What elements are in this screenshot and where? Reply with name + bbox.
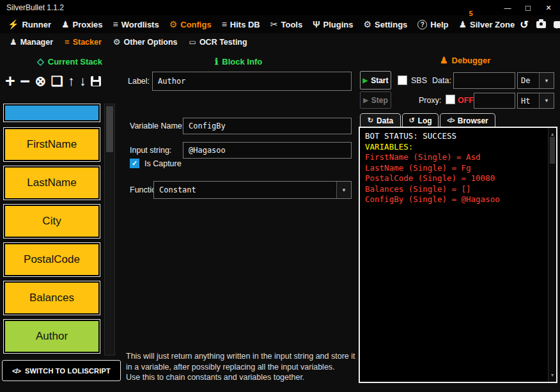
menu-item-tools[interactable]: Tools	[265, 15, 307, 33]
step-button-label: Step	[371, 96, 388, 105]
add-block-button[interactable]	[5, 72, 15, 91]
save-config-button[interactable]	[91, 76, 101, 86]
tab-browser[interactable]: Browser	[440, 113, 495, 127]
is-capture-label: Is Capture	[144, 159, 182, 168]
menu-label: Hits DB	[230, 20, 260, 29]
update-history-icon[interactable]	[520, 19, 528, 31]
block-label: FirstName	[27, 138, 77, 151]
tab-label: Browser	[458, 116, 488, 125]
function-select[interactable]: Constant	[153, 181, 352, 199]
menu-item-plugins[interactable]: Plugins	[307, 15, 358, 33]
menu-item-help[interactable]: Help	[412, 15, 453, 33]
data-type-dropdown-button[interactable]	[539, 73, 554, 88]
is-capture-checkbox[interactable]	[130, 159, 139, 168]
block-label: PostalCode	[24, 253, 80, 266]
stack-scrollbar[interactable]	[104, 104, 115, 356]
clear-stack-button[interactable]	[35, 74, 47, 89]
log-scrollbar-thumb[interactable]	[550, 137, 555, 164]
sbs-label: SBS	[411, 76, 427, 85]
function-value: Constant	[154, 182, 336, 198]
debugger-icon	[440, 55, 448, 65]
input-string-label: Input string:	[130, 146, 171, 155]
proxy-status-badge: OFF	[458, 96, 474, 105]
stack-block-balances[interactable]: Balances	[4, 281, 100, 315]
tools-icon	[270, 19, 278, 29]
start-button[interactable]: Start	[360, 71, 391, 90]
menu-item-settings[interactable]: Settings	[358, 15, 412, 33]
screenshot-camera-icon[interactable]	[536, 21, 546, 28]
log-line: ConfigBy (Single) = @Hagasoo	[365, 194, 551, 205]
move-down-button[interactable]	[79, 74, 86, 89]
menu-label: Runner	[22, 20, 51, 29]
submenu-item-stacker[interactable]: Stacker	[59, 37, 107, 47]
clone-block-button[interactable]	[51, 74, 63, 89]
block-label: LastName	[27, 176, 76, 189]
data-input[interactable]	[453, 72, 515, 89]
log-scrollbar[interactable]	[548, 128, 556, 382]
switch-to-loliscript-button[interactable]: SWITCH TO LOLISCRIPT	[2, 360, 121, 381]
step-button[interactable]: Step	[360, 91, 391, 109]
stack-block-firstname[interactable]: FirstName	[4, 128, 100, 161]
function-dropdown-button[interactable]	[336, 182, 351, 198]
proxy-input[interactable]	[474, 93, 515, 109]
wordlists-icon	[113, 19, 118, 29]
input-string-input[interactable]	[183, 142, 352, 159]
configs-gear-icon	[169, 19, 178, 29]
submenu-item-other-options[interactable]: Other Options	[107, 37, 183, 47]
label-input[interactable]	[152, 72, 352, 91]
menu-label: Tools	[281, 20, 303, 29]
menu-label: Proxies	[73, 20, 103, 29]
block-info-header: Block Info	[215, 56, 262, 67]
close-icon[interactable]	[538, 0, 559, 15]
stack-block-author[interactable]: Author	[4, 320, 100, 353]
tab-data[interactable]: Data	[360, 113, 401, 127]
menubar-quick-icons	[520, 19, 560, 31]
play-icon	[363, 97, 368, 104]
proxy-type-dropdown-button[interactable]	[539, 93, 554, 108]
menu-item-configs[interactable]: Configs	[164, 15, 217, 33]
chat-icon[interactable]	[554, 21, 560, 28]
debugger-title: Debugger	[452, 56, 491, 65]
move-up-button[interactable]	[68, 74, 75, 89]
data-type-select[interactable]: De	[517, 72, 554, 89]
debugger-log-panel: BOT STATUS: SUCCESS VARIABLES: FirstName…	[359, 127, 557, 383]
tab-label: Log	[418, 116, 432, 125]
scroll-down-icon[interactable]	[548, 370, 556, 381]
stack-scrollbar-thumb[interactable]	[106, 106, 113, 152]
settings-gear-icon	[363, 19, 371, 29]
stack-diamond-icon	[37, 56, 44, 67]
proxy-type-value: Ht	[518, 93, 539, 108]
submenu-item-ocr-testing[interactable]: OCR Testing	[183, 38, 253, 47]
menu-item-hitsdb[interactable]: Hits DB	[217, 15, 265, 33]
info-icon	[215, 56, 218, 67]
code-icon	[447, 117, 454, 124]
proxy-checkbox[interactable]	[446, 95, 455, 104]
remove-block-button[interactable]	[20, 72, 30, 91]
stack-block-city[interactable]: City	[4, 205, 100, 238]
window-controls	[497, 0, 559, 15]
minimize-icon[interactable]	[497, 0, 518, 15]
chevron-down-icon	[544, 98, 549, 104]
block-label: Balances	[29, 292, 74, 304]
variable-name-input[interactable]	[183, 118, 352, 134]
tab-log[interactable]: Log	[402, 113, 439, 127]
plugins-icon	[313, 19, 320, 29]
submenu-item-manager[interactable]: Manager	[4, 37, 59, 47]
log-line: PostalCode (Single) = 10080	[365, 173, 551, 184]
menu-label: Plugins	[323, 20, 354, 29]
maximize-icon[interactable]	[518, 0, 538, 15]
current-stack-header: Current Stack	[37, 56, 102, 67]
menu-item-proxies[interactable]: Proxies	[56, 15, 108, 33]
titlebar: SilverBullet 1.1.2	[0, 0, 560, 15]
window-title: SilverBullet 1.1.2	[6, 3, 64, 12]
log-line: BOT STATUS: SUCCESS	[365, 131, 551, 142]
menu-item-silver-zone[interactable]: 5 Silver Zone	[454, 15, 520, 33]
menu-item-runner[interactable]: Runner	[3, 15, 56, 33]
stack-block-lastname[interactable]: LastName	[4, 166, 100, 200]
stack-block-postalcode[interactable]: PostalCode	[4, 243, 100, 276]
log-line: LastName (Single) = Fg	[365, 163, 551, 174]
proxy-type-select[interactable]: Ht	[517, 93, 554, 109]
sbs-checkbox[interactable]	[398, 75, 407, 85]
menu-item-wordlists[interactable]: Wordlists	[108, 15, 164, 33]
stack-block-partial[interactable]	[4, 104, 100, 122]
